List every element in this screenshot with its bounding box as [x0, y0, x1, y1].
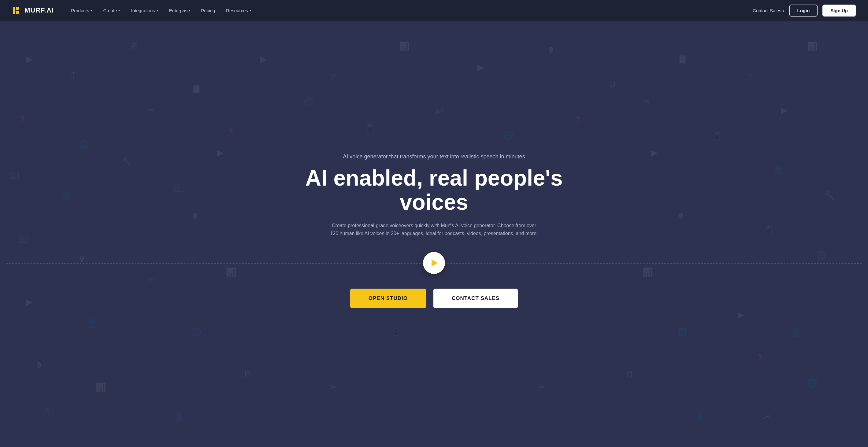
bg-pattern-icon: ▶: [26, 55, 33, 64]
bg-pattern-icon: 🎙: [191, 213, 199, 221]
bg-pattern-icon: 🏃: [226, 127, 237, 136]
products-chevron-icon: ▾: [91, 9, 92, 12]
bg-pattern-icon: 🏃: [573, 115, 584, 123]
nav-item-products[interactable]: Products ▾: [66, 5, 97, 15]
bg-pattern-icon: 📊: [807, 42, 818, 51]
bg-pattern-icon: 🖥: [130, 42, 139, 51]
svg-rect-0: [13, 7, 15, 14]
bg-pattern-icon: 🎙: [69, 72, 78, 81]
logo-icon: [12, 5, 22, 15]
bg-pattern-icon: 🖥: [243, 370, 252, 379]
bg-pattern-icon: 🎓: [747, 72, 757, 81]
bg-pattern-icon: ▶: [651, 149, 658, 157]
bg-pattern-icon: 👤: [61, 191, 71, 200]
contact-sales-button[interactable]: CONTACT SALES: [433, 289, 518, 308]
open-studio-button[interactable]: OPEN STUDIO: [350, 289, 426, 308]
hero-subtitle: AI voice generator that transforms your …: [343, 154, 525, 160]
logo[interactable]: MURF.AI: [12, 5, 54, 15]
bg-pattern-icon: 🎓: [148, 277, 158, 285]
bg-pattern-icon: ▶: [477, 63, 484, 72]
bg-pattern-icon: 📊: [399, 42, 410, 51]
login-button[interactable]: Login: [789, 5, 818, 17]
bg-pattern-icon: 👤: [790, 328, 801, 336]
create-chevron-icon: ▾: [118, 9, 120, 12]
bg-pattern-icon: 👤: [773, 166, 783, 174]
bg-pattern-icon: ✂: [330, 383, 337, 392]
bg-pattern-icon: 📱: [365, 123, 375, 132]
bg-pattern-icon: 🔊: [434, 106, 445, 115]
bg-pattern-icon: 🌐: [807, 379, 818, 387]
svg-rect-1: [16, 7, 19, 10]
bg-pattern-icon: 📋: [191, 85, 202, 93]
svg-rect-2: [16, 11, 19, 14]
play-area: [6, 252, 862, 274]
hero-description: Create professional-grade voiceovers qui…: [330, 222, 538, 237]
bg-pattern-icon: ✂: [148, 106, 154, 115]
bg-pattern-icon: 🎓: [330, 72, 340, 81]
bg-pattern-icon: ✂: [538, 383, 545, 392]
hero-section: ▶🎙🖥📋▶🎓📊▶🎙🖥📋🎓📊🏃🌐✂🏃🌐📱🔊🌐🏃✂📱▶📺👤🔧📺👤🔧📺🎙📱🌐▶👤🎓▶👤…: [0, 21, 868, 447]
nav-item-enterprise[interactable]: Enterprise: [164, 5, 195, 15]
play-button[interactable]: [423, 252, 445, 274]
bg-pattern-icon: 📊: [95, 383, 106, 392]
bg-pattern-icon: 🌐: [503, 131, 514, 140]
bg-pattern-icon: ▶: [26, 298, 33, 306]
bg-pattern-icon: 🏃: [755, 353, 766, 362]
bg-pattern-icon: ✂: [764, 413, 771, 421]
bg-pattern-icon: ✂: [642, 98, 649, 106]
nav-item-integrations[interactable]: Integrations ▾: [126, 5, 163, 15]
nav-links: Products ▾ Create ▾ Integrations ▾ Enter…: [66, 5, 753, 15]
bg-pattern-icon: 📺: [18, 234, 28, 243]
navbar: MURF.AI Products ▾ Create ▾ Integrations…: [0, 0, 868, 21]
integrations-chevron-icon: ▾: [157, 9, 158, 12]
resources-chevron-icon: ▾: [250, 9, 251, 12]
bg-pattern-icon: ▶: [781, 106, 788, 115]
bg-pattern-icon: 🎙: [35, 362, 43, 370]
bg-pattern-icon: 🖥: [608, 81, 616, 89]
bg-pattern-icon: 🌐: [677, 328, 688, 336]
bg-pattern-icon: 📋: [677, 55, 688, 64]
nav-item-create[interactable]: Create ▾: [98, 5, 125, 15]
bg-pattern-icon: 👤: [87, 319, 98, 328]
bg-pattern-icon: 🌐: [304, 98, 314, 106]
bg-pattern-icon: 🏃: [18, 115, 28, 123]
play-triangle-icon: [432, 259, 438, 266]
nav-contact-sales[interactable]: Contact Sales ›: [753, 7, 784, 14]
bg-pattern-icon: 📺: [174, 183, 184, 191]
bg-pattern-icon: ▶: [738, 311, 744, 319]
bg-pattern-icon: 📱: [764, 225, 774, 234]
nav-item-resources[interactable]: Resources ▾: [221, 5, 256, 15]
bg-pattern-icon: 🌐: [191, 328, 202, 336]
bg-pattern-icon: 🔧: [121, 157, 132, 166]
bg-pattern-icon: 👤: [174, 413, 184, 421]
nav-item-pricing[interactable]: Pricing: [196, 5, 220, 15]
bg-pattern-icon: 🔧: [825, 191, 835, 200]
signup-button[interactable]: Sign Up: [823, 5, 856, 17]
nav-right: Contact Sales › Login Sign Up: [753, 5, 856, 17]
bg-pattern-icon: 📱: [391, 328, 401, 336]
bg-pattern-icon: 🎙: [547, 46, 555, 55]
bg-pattern-icon: ▶: [217, 149, 224, 157]
bg-pattern-icon: ▶: [260, 55, 267, 64]
hero-title: AI enabled, real people's voices: [297, 166, 571, 214]
bg-pattern-icon: 📱: [712, 131, 722, 140]
bg-pattern-icon: 📺: [43, 405, 54, 413]
bg-pattern-icon: 🌐: [78, 140, 89, 149]
bg-pattern-icon: 🖥: [625, 370, 633, 379]
cta-area: OPEN STUDIO CONTACT SALES: [350, 289, 518, 308]
bg-pattern-icon: 📺: [8, 170, 19, 179]
logo-text: MURF.AI: [25, 6, 54, 14]
bg-pattern-icon: 🎙: [677, 213, 686, 221]
bg-pattern-icon: 👤: [694, 413, 705, 421]
